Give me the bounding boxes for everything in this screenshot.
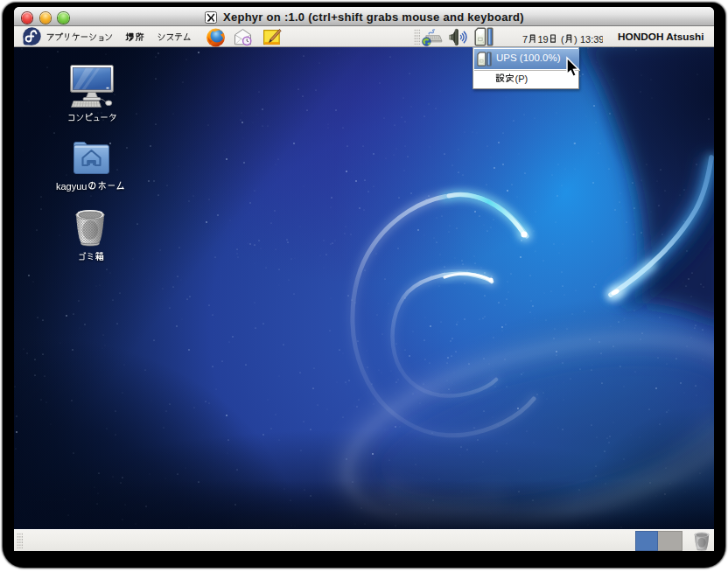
svg-text:7: 7 (522, 34, 528, 45)
svg-text:(: ( (558, 34, 564, 45)
svg-text:13:39: 13:39 (580, 34, 603, 45)
svg-text:kagyuu: kagyuu (56, 181, 87, 192)
svg-text:): ) (574, 34, 580, 45)
svg-text:(P): (P) (515, 73, 528, 84)
svg-text:19: 19 (537, 34, 548, 45)
